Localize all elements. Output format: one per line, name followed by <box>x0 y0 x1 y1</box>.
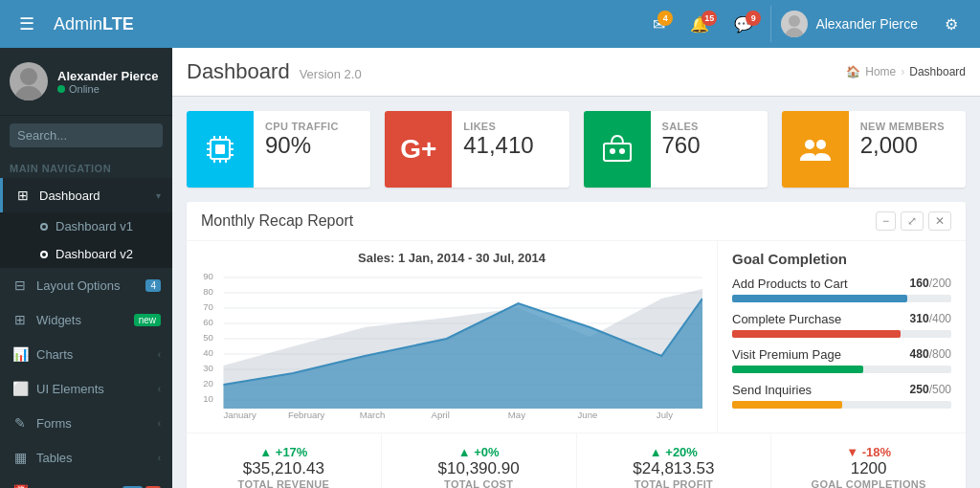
sales-label: SALES <box>662 121 756 132</box>
status-text: Online <box>69 83 100 95</box>
mail-button[interactable]: ✉ 4 <box>645 11 673 38</box>
tables-icon: ▦ <box>11 450 29 465</box>
sidebar-avatar <box>10 62 48 100</box>
navbar-settings-button[interactable]: ⚙ <box>937 11 966 38</box>
progress-fill-0 <box>732 295 907 302</box>
stats-row: +17% $35,210.43 TOTAL REVENUE +0% $10,39… <box>187 433 966 488</box>
goal-value-2: 480/800 <box>910 347 951 362</box>
info-boxes: CPU TRAFFIC 90% G+ LIKES 41,410 <box>172 97 980 202</box>
breadcrumb-home[interactable]: Home <box>865 65 896 78</box>
sidebar-item-tables[interactable]: ▦ Tables ‹ <box>0 440 172 475</box>
svg-point-20 <box>619 148 625 154</box>
stat-change-3: -18% <box>786 445 951 459</box>
sidebar-item-ui-elements[interactable]: ⬜ UI Elements ‹ <box>0 371 172 406</box>
svg-text:June: June <box>578 410 598 420</box>
stat-change-1: +0% <box>396 445 562 459</box>
minimize-button[interactable]: − <box>876 211 896 231</box>
info-box-sales: SALES 760 <box>584 111 768 188</box>
layout: Alexander Pierce Online 🔍 MAIN NAVIGATIO… <box>0 48 980 488</box>
goal-item-3: Send Inquiries 250/500 <box>732 383 951 409</box>
goal-item-2: Visit Premium Page 480/800 <box>732 347 951 373</box>
stat-label-2: TOTAL PROFIT <box>591 478 757 488</box>
svg-text:February: February <box>288 410 325 420</box>
sidebar-item-dashboard-v2[interactable]: Dashboard v2 <box>29 240 172 268</box>
sales-value: 760 <box>662 132 756 159</box>
ui-elements-icon: ⬜ <box>11 381 29 396</box>
svg-text:30: 30 <box>203 364 213 373</box>
sidebar-label-forms: Forms <box>36 416 158 431</box>
svg-text:70: 70 <box>203 302 213 312</box>
sidebar-item-calendar[interactable]: 📅 Calendar 17 3 <box>0 475 172 488</box>
sidebar-item-charts[interactable]: 📊 Charts ‹ <box>0 337 172 371</box>
progress-fill-1 <box>732 330 901 338</box>
goal-item-0: Add Products to Cart 160/200 <box>732 277 951 302</box>
svg-point-0 <box>785 28 804 37</box>
svg-point-3 <box>20 68 37 85</box>
calendar-icon: 📅 <box>11 484 29 488</box>
breadcrumb-current: Dashboard <box>909 65 966 78</box>
search-input[interactable] <box>17 128 172 143</box>
sub-circle-v1 <box>40 223 48 231</box>
arrow-up-0 <box>259 445 275 459</box>
brand-logo[interactable]: AdminLTE <box>54 14 134 34</box>
sidebar-item-dashboard-v1[interactable]: Dashboard v1 <box>29 212 172 240</box>
sidebar-item-dashboard[interactable]: ⊞ Dashboard ▾ <box>0 178 172 212</box>
svg-text:80: 80 <box>203 287 213 297</box>
charts-icon: 📊 <box>11 346 29 362</box>
content-title: Dashboard Version 2.0 <box>187 59 362 84</box>
goal-item-header-1: Complete Purchase 310/400 <box>732 312 951 326</box>
stat-label-3: GOAL COMPLETIONS <box>786 478 951 488</box>
page-version: Version 2.0 <box>300 67 362 81</box>
content-body: Monthly Recap Report − ⤢ ✕ Sales: 1 Jan,… <box>172 202 980 488</box>
stat-value-3: 1200 <box>786 459 951 478</box>
notifications-badge: 15 <box>702 11 717 26</box>
progress-bg-3 <box>732 401 951 409</box>
sidebar-item-widgets[interactable]: ⊞ Widgets new <box>0 302 172 337</box>
chart-area: Sales: 1 Jan, 2014 - 30 Jul, 2014 90 80 … <box>187 241 717 433</box>
box-tools: − ⤢ ✕ <box>876 211 951 231</box>
user-menu[interactable]: Alexander Pierce <box>770 6 927 42</box>
likes-content: LIKES 41,410 <box>452 111 568 188</box>
cpu-content: CPU TRAFFIC 90% <box>254 111 370 188</box>
goal-label-1: Complete Purchase <box>732 312 841 326</box>
ui-elements-arrow-icon: ‹ <box>158 384 161 394</box>
sidebar-item-forms[interactable]: ✎ Forms ‹ <box>0 406 172 440</box>
sub-circle-v2 <box>40 251 48 258</box>
mail-badge: 4 <box>657 11 673 26</box>
tables-arrow-icon: ‹ <box>158 453 161 463</box>
hamburger-button[interactable]: ☰ <box>14 9 39 39</box>
goal-item-header-3: Send Inquiries 250/500 <box>732 383 951 397</box>
members-content: NEW MEMBERS 2,000 <box>849 111 966 188</box>
info-box-cpu: CPU TRAFFIC 90% <box>187 111 370 188</box>
svg-text:60: 60 <box>203 318 213 327</box>
progress-fill-2 <box>732 366 863 373</box>
info-box-likes: G+ LIKES 41,410 <box>385 111 568 188</box>
comments-badge: 9 <box>746 11 761 26</box>
sidebar-item-layout-options[interactable]: ⊟ Layout Options 4 <box>0 268 172 302</box>
resize-button[interactable]: ⤢ <box>901 211 924 231</box>
goal-label-3: Send Inquiries <box>732 383 812 397</box>
members-value: 2,000 <box>860 132 954 159</box>
stat-label-1: TOTAL COST <box>396 478 562 488</box>
stat-item-0: +17% $35,210.43 TOTAL REVENUE <box>187 433 382 488</box>
stat-value-2: $24,813.53 <box>591 459 757 478</box>
stat-change-0: +17% <box>201 445 367 459</box>
progress-bg-2 <box>732 366 951 373</box>
cpu-icon-box <box>187 111 254 188</box>
svg-point-22 <box>816 140 826 149</box>
progress-bg-1 <box>732 330 951 338</box>
brand-bold: LTE <box>102 14 134 33</box>
breadcrumb-separator: › <box>901 65 904 78</box>
navbar-avatar <box>781 11 808 37</box>
breadcrumb: 🏠 Home › Dashboard <box>846 65 966 78</box>
comments-button[interactable]: 💬 9 <box>726 11 761 38</box>
close-button[interactable]: ✕ <box>928 211 951 231</box>
sidebar-label-calendar: Calendar <box>36 485 122 489</box>
notifications-button[interactable]: 🔔 15 <box>682 11 717 38</box>
sidebar-user-panel: Alexander Pierce Online <box>0 48 172 116</box>
svg-text:January: January <box>224 410 257 420</box>
box-title: Monthly Recap Report <box>201 212 353 230</box>
box-header: Monthly Recap Report − ⤢ ✕ <box>187 202 966 241</box>
arrow-up-2 <box>650 445 665 459</box>
sidebar-user-info: Alexander Pierce Online <box>57 69 159 95</box>
